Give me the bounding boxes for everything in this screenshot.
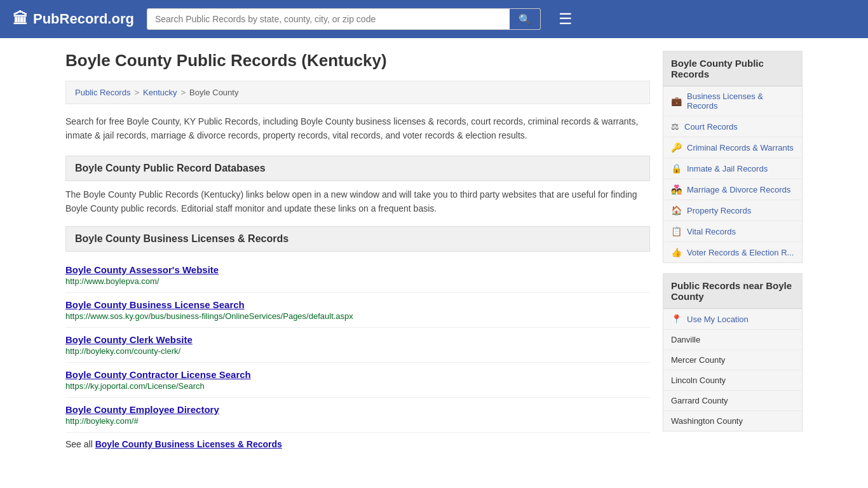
sidebar-item-business-licenses[interactable]: 💼 Business Licenses & Records <box>663 86 802 116</box>
see-all-link[interactable]: Boyle County Business Licenses & Records <box>95 439 282 449</box>
sidebar-nearby-title: Public Records near Boyle County <box>663 274 802 309</box>
site-logo[interactable]: 🏛 PubRecord.org <box>13 10 134 28</box>
lock-icon: 🔒 <box>671 163 682 173</box>
main-content: Boyle County Public Records (Kentucky) P… <box>65 51 650 452</box>
sidebar-nearby-danville[interactable]: Danville <box>663 330 802 350</box>
hamburger-menu[interactable]: ☰ <box>559 10 573 28</box>
record-link-clerk: Boyle County Clerk Website http://boylek… <box>65 328 650 363</box>
record-link-contractor: Boyle County Contractor License Search h… <box>65 363 650 398</box>
record-link-assessor: Boyle County Assessor's Website http://w… <box>65 258 650 293</box>
clipboard-icon: 📋 <box>671 226 682 236</box>
breadcrumb-sep-1: > <box>134 88 139 97</box>
sidebar-item-marriage-records[interactable]: 💑 Marriage & Divorce Records <box>663 179 802 200</box>
sidebar-use-location[interactable]: 📍 Use My Location <box>663 309 802 330</box>
sidebar-nearby-washington-county-label: Washington County <box>671 416 743 426</box>
breadcrumb-sep-2: > <box>181 88 186 97</box>
record-link-employee: Boyle County Employee Directory http://b… <box>65 398 650 433</box>
sidebar-use-location-label: Use My Location <box>687 315 749 324</box>
sidebar-item-vital-records[interactable]: 📋 Vital Records <box>663 221 802 242</box>
page-description: Search for free Boyle County, KY Public … <box>65 114 650 143</box>
sidebar-item-voter-records-label: Voter Records & Election R... <box>687 248 794 257</box>
sidebar-item-property-records-label: Property Records <box>687 206 751 215</box>
breadcrumb-public-records[interactable]: Public Records <box>75 88 130 97</box>
record-link-business-license-url: https://www.sos.ky.gov/bus/business-fili… <box>65 311 650 321</box>
sidebar-nearby-washington-county[interactable]: Washington County <box>663 411 802 431</box>
sidebar-nearby-section: Public Records near Boyle County 📍 Use M… <box>663 273 803 431</box>
sidebar-item-voter-records[interactable]: 👍 Voter Records & Election R... <box>663 242 802 262</box>
sidebar-item-marriage-records-label: Marriage & Divorce Records <box>687 185 790 194</box>
record-link-business-license: Boyle County Business License Search htt… <box>65 293 650 328</box>
sidebar-public-records-section: Boyle County Public Records 💼 Business L… <box>663 51 803 263</box>
sidebar-item-inmate-records-label: Inmate & Jail Records <box>687 164 768 173</box>
sidebar-item-court-records-label: Court Records <box>684 122 738 132</box>
key-icon: 🔑 <box>671 142 682 152</box>
briefcase-icon: 💼 <box>671 96 682 106</box>
record-link-contractor-url: https://ky.joportal.com/License/Search <box>65 381 650 391</box>
sidebar-nearby-danville-label: Danville <box>671 335 700 344</box>
databases-section-header: Boyle County Public Record Databases <box>65 156 650 181</box>
sidebar-nearby-lincoln-county[interactable]: Lincoln County <box>663 370 802 391</box>
search-input[interactable] <box>147 9 510 29</box>
business-section-header: Boyle County Business Licenses & Records <box>65 226 650 252</box>
breadcrumb-boyle-county: Boyle County <box>189 88 238 97</box>
databases-section-description: The Boyle County Public Records (Kentuck… <box>65 187 650 216</box>
sidebar-item-court-records[interactable]: ⚖ Court Records <box>663 116 802 137</box>
record-link-clerk-url: http://boyleky.com/county-clerk/ <box>65 346 650 356</box>
search-button[interactable]: 🔍 <box>510 9 540 29</box>
sidebar-item-criminal-records-label: Criminal Records & Warrants <box>687 143 794 152</box>
search-icon: 🔍 <box>519 14 531 25</box>
sidebar-nearby-garrard-county[interactable]: Garrard County <box>663 391 802 411</box>
record-link-business-license-title[interactable]: Boyle County Business License Search <box>65 299 650 310</box>
sidebar-item-property-records[interactable]: 🏠 Property Records <box>663 200 802 221</box>
site-header: 🏛 PubRecord.org 🔍 ☰ <box>0 0 868 38</box>
logo-text: PubRecord.org <box>33 11 134 27</box>
sidebar-item-criminal-records[interactable]: 🔑 Criminal Records & Warrants <box>663 137 802 158</box>
sidebar-item-vital-records-label: Vital Records <box>687 227 736 236</box>
house-icon: 🏠 <box>671 205 682 215</box>
breadcrumb-kentucky[interactable]: Kentucky <box>143 88 177 97</box>
thumbsup-icon: 👍 <box>671 247 682 257</box>
sidebar-nearby-mercer-county-label: Mercer County <box>671 355 725 365</box>
sidebar-public-records-title: Boyle County Public Records <box>663 51 802 86</box>
scales-icon: ⚖ <box>671 121 679 132</box>
sidebar-item-business-licenses-label: Business Licenses & Records <box>687 92 794 111</box>
search-bar: 🔍 <box>147 8 541 30</box>
record-link-clerk-title[interactable]: Boyle County Clerk Website <box>65 334 650 345</box>
sidebar-nearby-garrard-county-label: Garrard County <box>671 396 728 405</box>
logo-icon: 🏛 <box>13 10 28 28</box>
page-title: Boyle County Public Records (Kentucky) <box>65 51 650 71</box>
location-pin-icon: 📍 <box>671 314 682 324</box>
record-link-employee-title[interactable]: Boyle County Employee Directory <box>65 404 650 415</box>
sidebar: Boyle County Public Records 💼 Business L… <box>663 51 803 452</box>
record-link-employee-url: http://boyleky.com/# <box>65 416 650 426</box>
see-all: See all Boyle County Business Licenses &… <box>65 439 650 452</box>
sidebar-item-inmate-records[interactable]: 🔒 Inmate & Jail Records <box>663 158 802 179</box>
breadcrumb: Public Records > Kentucky > Boyle County <box>65 81 650 104</box>
record-link-assessor-url: http://www.boylepva.com/ <box>65 276 650 286</box>
record-link-assessor-title[interactable]: Boyle County Assessor's Website <box>65 264 650 275</box>
couple-icon: 💑 <box>671 184 682 194</box>
record-link-contractor-title[interactable]: Boyle County Contractor License Search <box>65 369 650 380</box>
sidebar-nearby-mercer-county[interactable]: Mercer County <box>663 350 802 370</box>
page-container: Boyle County Public Records (Kentucky) P… <box>53 38 815 464</box>
sidebar-nearby-lincoln-county-label: Lincoln County <box>671 376 726 385</box>
